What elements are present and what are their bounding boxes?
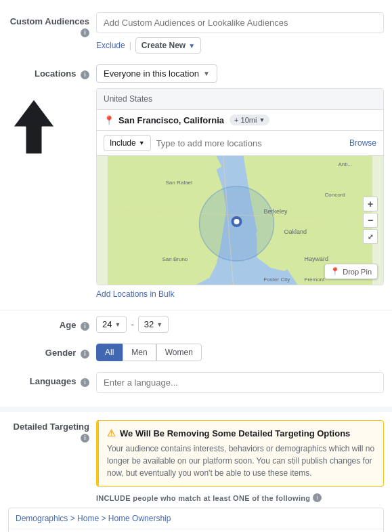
- gender-row: Gender i All Men Women: [0, 338, 392, 367]
- include-row: Include ▼ Browse: [97, 131, 383, 156]
- gender-group: All Men Women: [96, 344, 384, 361]
- locations-dropdown-chevron-icon: ▼: [203, 70, 210, 77]
- age-min-dropdown[interactable]: 24 ▼: [96, 316, 127, 333]
- add-locations-bulk-link[interactable]: Add Locations in Bulk: [96, 289, 384, 299]
- custom-audiences-content: Exclude | Create New ▼: [96, 12, 384, 54]
- gender-content: All Men Women: [96, 344, 384, 361]
- gender-info-icon[interactable]: i: [81, 350, 89, 359]
- location-pin-icon: 📍: [104, 115, 114, 125]
- location-radius-button[interactable]: + 10mi ▼: [230, 115, 269, 125]
- map-zoom-in-button[interactable]: +: [363, 197, 378, 211]
- languages-content: [96, 372, 384, 393]
- locations-dropdown-button[interactable]: Everyone in this location ▼: [96, 64, 217, 83]
- svg-point-4: [234, 219, 240, 224]
- svg-text:Berkeley: Berkeley: [264, 208, 288, 215]
- gender-label: Gender i: [8, 344, 96, 359]
- create-new-chevron-icon: ▼: [188, 42, 195, 49]
- exclude-link[interactable]: Exclude: [96, 41, 125, 50]
- age-row: Age i 24 ▼ - 32 ▼: [0, 310, 392, 338]
- section-divider: [0, 407, 392, 412]
- locations-content: Everyone in this location ▼ United State…: [96, 64, 384, 299]
- svg-marker-0: [14, 100, 54, 154]
- age-max-dropdown[interactable]: 32 ▼: [138, 316, 169, 333]
- map-fullscreen-button[interactable]: ⤢: [363, 229, 378, 244]
- custom-audiences-label: Custom Audiences i: [8, 12, 96, 37]
- include-people-row: INCLUDE people who match at least ONE of…: [0, 487, 392, 502]
- gender-women-button[interactable]: Women: [156, 344, 202, 361]
- languages-info-icon[interactable]: i: [81, 378, 89, 387]
- arrow-annotation: [14, 100, 54, 156]
- locations-info-icon[interactable]: i: [81, 70, 89, 79]
- location-browse-link[interactable]: Browse: [349, 138, 376, 148]
- age-content: 24 ▼ - 32 ▼: [96, 316, 384, 333]
- map-zoom-out-button[interactable]: −: [363, 213, 378, 228]
- include-people-info-icon[interactable]: i: [313, 493, 322, 502]
- gender-men-button[interactable]: Men: [123, 344, 156, 361]
- warning-text: Your audience contains interests, behavi…: [107, 443, 375, 479]
- svg-text:Oakland: Oakland: [284, 228, 307, 235]
- svg-text:Hayward: Hayward: [305, 255, 329, 262]
- detailed-targeting-row: Detailed Targeting i ⚠ We Will Be Removi…: [0, 412, 392, 487]
- custom-audiences-row: Custom Audiences i Exclude | Create New …: [0, 7, 392, 59]
- create-new-button[interactable]: Create New ▼: [135, 37, 201, 54]
- svg-text:Foster City: Foster City: [264, 277, 290, 283]
- exclude-create-row: Exclude | Create New ▼: [96, 37, 384, 54]
- detailed-targeting-info-icon[interactable]: i: [81, 434, 89, 443]
- targeting-item-renters: ⚠ Renters: [9, 529, 383, 532]
- svg-text:Fremont: Fremont: [305, 277, 326, 283]
- map-container: Berkeley Oakland Hayward Concord Anti...…: [97, 156, 383, 285]
- warning-title: ⚠ We Will Be Removing Some Detailed Targ…: [107, 428, 375, 438]
- location-box: United States 📍 San Francisco, Californi…: [96, 88, 384, 285]
- svg-text:San Rafael: San Rafael: [166, 180, 193, 186]
- drop-pin-icon: 📍: [330, 267, 340, 276]
- svg-text:Concord: Concord: [325, 192, 345, 198]
- page-container: Custom Audiences i Exclude | Create New …: [0, 0, 392, 532]
- languages-input[interactable]: [96, 372, 384, 393]
- age-min-chevron-icon: ▼: [114, 321, 121, 328]
- custom-audiences-info-icon[interactable]: i: [81, 28, 89, 37]
- radius-chevron-icon: ▼: [259, 117, 265, 123]
- svg-text:Anti...: Anti...: [339, 161, 352, 167]
- include-chevron-icon: ▼: [139, 140, 145, 146]
- locations-row: Locations i Everyone in this location ▼ …: [0, 59, 392, 304]
- age-label: Age i: [8, 316, 96, 331]
- detailed-targeting-content: ⚠ We Will Be Removing Some Detailed Targ…: [96, 420, 384, 487]
- drop-pin-button[interactable]: 📍 Drop Pin: [324, 264, 378, 279]
- location-country: United States: [97, 89, 383, 110]
- targeting-box: Demographics > Home > Home Ownership ⚠ R…: [8, 508, 384, 532]
- languages-row: Languages i: [0, 367, 392, 398]
- location-name: San Francisco, California: [118, 115, 224, 125]
- gender-all-button[interactable]: All: [96, 344, 123, 361]
- targeting-breadcrumb: Demographics > Home > Home Ownership: [9, 508, 383, 529]
- location-search-input[interactable]: [156, 138, 349, 148]
- custom-audiences-input[interactable]: [96, 12, 384, 33]
- warning-triangle-icon: ⚠: [107, 428, 116, 438]
- warning-box: ⚠ We Will Be Removing Some Detailed Targ…: [96, 420, 384, 487]
- age-info-icon[interactable]: i: [81, 322, 89, 331]
- map-controls: + − ⤢: [363, 197, 378, 244]
- age-max-chevron-icon: ▼: [156, 321, 162, 328]
- svg-text:San Bruno: San Bruno: [162, 256, 188, 262]
- detailed-targeting-label: Detailed Targeting i: [8, 420, 96, 443]
- locations-label: Locations i: [8, 64, 96, 79]
- location-item: 📍 San Francisco, California + 10mi ▼: [97, 110, 383, 131]
- include-button[interactable]: Include ▼: [104, 135, 151, 151]
- languages-label: Languages i: [8, 372, 96, 387]
